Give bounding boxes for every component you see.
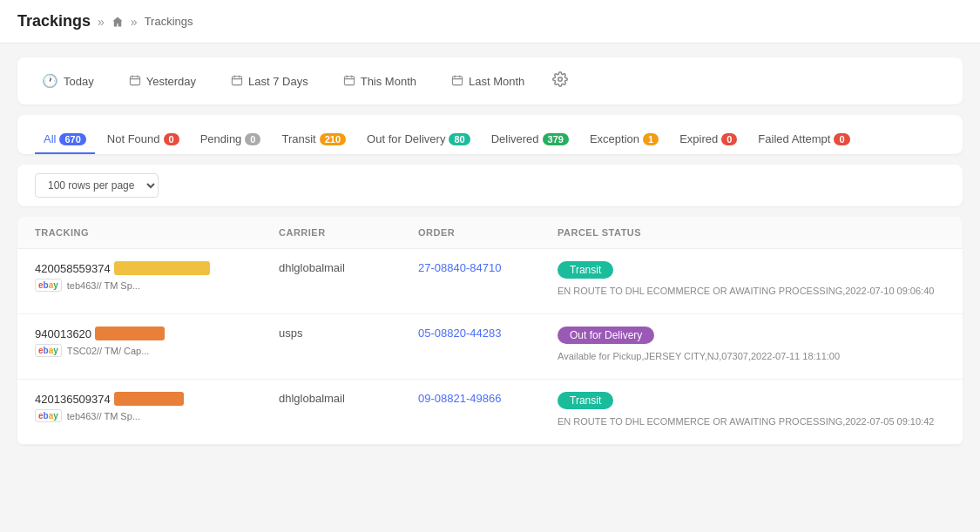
ebay-logo-1: ebay xyxy=(35,279,62,292)
row-2-sublabel: TSC02// TM/ Cap... xyxy=(67,346,150,356)
col-status: PARCEL STATUS xyxy=(558,227,945,238)
redacted-bar-2 xyxy=(95,327,165,340)
filter-last7days[interactable]: Last 7 Days xyxy=(224,71,315,92)
tab-not-found[interactable]: Not Found 0 xyxy=(98,125,188,154)
breadcrumb-arrow: » xyxy=(131,15,138,29)
row-2-order[interactable]: 05-08820-44283 xyxy=(418,327,558,340)
svg-rect-0 xyxy=(130,76,139,84)
tab-out-for-delivery[interactable]: Out for Delivery 80 xyxy=(358,125,479,154)
filter-today[interactable]: 🕐 Today xyxy=(35,70,101,92)
row-3-carrier: dhlglobalmail xyxy=(279,392,418,405)
row-1-sub: ebay teb463// TM Sp... xyxy=(35,279,279,292)
row-3-tracking: 420136509374 ebay teb463// TM Sp... xyxy=(35,392,279,422)
tab-transit[interactable]: Transit 210 xyxy=(273,125,355,154)
filter-yesterday-label: Yesterday xyxy=(146,75,196,88)
tab-delivered[interactable]: Delivered 379 xyxy=(483,125,578,154)
tab-not-found-label: Not Found xyxy=(107,132,160,145)
tab-out-for-delivery-label: Out for Delivery xyxy=(367,132,445,145)
filter-yesterday[interactable]: Yesterday xyxy=(122,71,203,92)
ebay-logo-3: ebay xyxy=(35,409,62,422)
svg-point-4 xyxy=(558,77,563,82)
tab-delivered-badge: 379 xyxy=(543,133,569,145)
tab-expired[interactable]: Expired 0 xyxy=(671,125,746,154)
row-3-status-pill: Transit xyxy=(558,392,613,409)
status-tabs: All 670 Not Found 0 Pending 0 Transit 21… xyxy=(17,115,963,154)
rows-per-page-select[interactable]: 100 rows per page xyxy=(35,173,159,198)
row-2-status-pill: Out for Delivery xyxy=(558,327,654,344)
tab-failed-attempt-label: Failed Attempt xyxy=(758,132,830,145)
tab-all-label: All xyxy=(44,132,56,145)
row-1-status-pill: Transit xyxy=(558,261,613,279)
row-3-sublabel: teb463// TM Sp... xyxy=(67,411,140,421)
redacted-bar-3 xyxy=(114,392,184,406)
table-row: 420058559374 ebay teb463// TM Sp... dhlg… xyxy=(17,249,963,314)
row-3-order[interactable]: 09-08821-49866 xyxy=(418,392,558,405)
filter-thismonth-label: This Month xyxy=(361,75,416,88)
filter-lastmonth-label: Last Month xyxy=(469,75,524,88)
row-1-status-detail: EN ROUTE TO DHL ECOMMERCE OR AWAITING PR… xyxy=(558,286,945,296)
tab-not-found-badge: 0 xyxy=(164,133,179,145)
filter-bar: 🕐 Today Yesterday Last 7 Days This Month xyxy=(17,57,963,104)
row-3-sub: ebay teb463// TM Sp... xyxy=(35,409,279,422)
row-2-status: Out for Delivery Available for Pickup,JE… xyxy=(558,327,945,361)
row-2-carrier: usps xyxy=(279,327,418,340)
tab-expired-badge: 0 xyxy=(721,133,737,145)
tab-exception-badge: 1 xyxy=(643,133,659,145)
svg-rect-2 xyxy=(344,76,354,84)
row-3-order-link[interactable]: 09-08821-49866 xyxy=(418,392,501,405)
app-header: Trackings » » Trackings xyxy=(0,0,980,44)
tab-expired-label: Expired xyxy=(679,132,718,145)
home-icon[interactable] xyxy=(112,16,124,28)
row-3-status: Transit EN ROUTE TO DHL ECOMMERCE OR AWA… xyxy=(558,392,945,427)
tab-pending[interactable]: Pending 0 xyxy=(192,125,270,154)
ebay-logo-2: ebay xyxy=(35,344,62,357)
tracking-prefix-1: 420058559374 xyxy=(35,262,111,275)
tab-pending-label: Pending xyxy=(200,132,242,145)
tab-out-for-delivery-badge: 80 xyxy=(449,133,470,145)
tab-all[interactable]: All 670 xyxy=(35,125,95,154)
col-carrier: CARRIER xyxy=(279,227,418,238)
svg-rect-3 xyxy=(452,76,462,84)
filter-lastmonth[interactable]: Last Month xyxy=(444,71,531,92)
table-row: 420136509374 ebay teb463// TM Sp... dhlg… xyxy=(17,380,963,445)
table-options: 100 rows per page xyxy=(17,165,963,206)
row-1-tracking: 420058559374 ebay teb463// TM Sp... xyxy=(35,261,279,292)
tab-exception[interactable]: Exception 1 xyxy=(581,125,667,154)
tracking-prefix-3: 420136509374 xyxy=(35,393,111,406)
table-header: TRACKING CARRIER ORDER PARCEL STATUS xyxy=(17,217,963,249)
filter-thismonth[interactable]: This Month xyxy=(336,71,423,92)
row-1-sublabel: teb463// TM Sp... xyxy=(67,280,140,291)
row-2-order-link[interactable]: 05-08820-44283 xyxy=(418,327,501,340)
row-1-carrier: dhlglobalmail xyxy=(279,261,418,274)
row-1-main: 420058559374 ebay teb463// TM Sp... dhlg… xyxy=(35,261,945,296)
calendar-icon-3 xyxy=(343,74,355,89)
tab-transit-badge: 210 xyxy=(320,133,346,145)
row-3-status-detail: EN ROUTE TO DHL ECOMMERCE OR AWAITING PR… xyxy=(558,416,945,427)
tab-exception-label: Exception xyxy=(590,132,639,145)
tab-failed-attempt-badge: 0 xyxy=(834,133,849,145)
settings-icon[interactable] xyxy=(552,71,568,91)
row-1-order-link[interactable]: 27-08840-84710 xyxy=(418,261,501,274)
redacted-bar-1 xyxy=(114,261,210,275)
clock-icon: 🕐 xyxy=(42,73,58,89)
tab-all-badge: 670 xyxy=(59,133,85,145)
row-2-tracking: 940013620 ebay TSC02// TM/ Cap... xyxy=(35,327,279,357)
tab-failed-attempt[interactable]: Failed Attempt 0 xyxy=(749,125,858,154)
filter-today-label: Today xyxy=(64,75,94,88)
tab-pending-badge: 0 xyxy=(245,133,260,145)
breadcrumb-divider: » xyxy=(98,15,105,29)
col-order: ORDER xyxy=(418,227,558,238)
app-title: Trackings xyxy=(17,12,91,30)
tracking-prefix-2: 940013620 xyxy=(35,327,91,340)
calendar-icon-2 xyxy=(231,74,243,89)
filter-last7days-label: Last 7 Days xyxy=(248,75,308,88)
tab-delivered-label: Delivered xyxy=(491,132,539,145)
main-content: 🕐 Today Yesterday Last 7 Days This Month xyxy=(0,44,980,459)
breadcrumb-label: Trackings xyxy=(145,15,193,28)
svg-rect-1 xyxy=(232,76,241,84)
calendar-icon-1 xyxy=(129,74,141,89)
row-2-main: 940013620 ebay TSC02// TM/ Cap... usps 0… xyxy=(35,327,945,361)
row-2-sub: ebay TSC02// TM/ Cap... xyxy=(35,344,279,357)
calendar-icon-4 xyxy=(451,74,463,89)
row-1-order[interactable]: 27-08840-84710 xyxy=(418,261,558,274)
